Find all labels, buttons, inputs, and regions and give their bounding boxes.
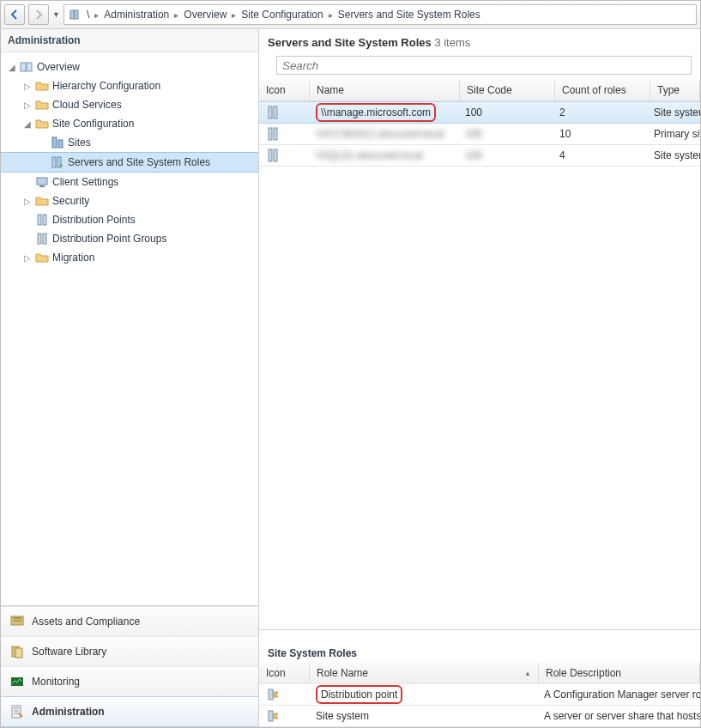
tree-item[interactable]: ▷Migration [1,248,258,267]
col-header-name[interactable]: Name [310,80,460,100]
cell-type: Primary site [647,124,700,144]
svg-rect-4 [52,137,57,148]
svg-rect-2 [21,63,26,71]
col-header-icon[interactable]: Icon [259,80,310,100]
table-row[interactable]: Site systemA server or server share that… [259,706,700,727]
cell-count: 10 [553,124,647,144]
breadcrumb-bar[interactable]: \ ▸ Administration ▸ Overview ▸ Site Con… [63,4,697,25]
col-header-site[interactable]: Site Code [460,80,555,100]
tree-item[interactable]: Distribution Points [1,210,258,229]
wunder-item[interactable]: Monitoring [1,666,258,696]
left-panel: Administration ◢Overview▷Hierarchy Confi… [1,29,259,727]
sites-icon [51,136,64,149]
wunder-item[interactable]: Software Library [1,636,258,666]
breadcrumb-item[interactable]: Administration [100,5,172,24]
svg-rect-3 [27,63,32,71]
svg-rect-14 [43,234,46,244]
item-count: 3 items [434,36,470,49]
expand-icon[interactable]: ▷ [23,82,32,91]
table-row[interactable]: \\SQL01.obscured.local1004Site system se… [259,145,700,167]
chevron-right-icon: ▸ [329,10,333,20]
expand-icon[interactable]: ▷ [23,253,32,263]
cell-name: \\SCCM2012.obscured.local [309,124,458,144]
cell-type: Site system server [647,145,700,166]
svg-rect-19 [12,706,21,718]
svg-rect-18 [11,677,23,686]
expand-icon[interactable]: ◢ [8,63,16,72]
nav-dropdown-icon[interactable]: ▼ [52,10,60,19]
expand-icon[interactable]: ◢ [23,119,32,129]
cell-count: 2 [553,102,647,123]
tree-item[interactable]: Distribution Point Groups [1,229,258,248]
table-row[interactable]: \\manage.microsoft.com1002Site system se… [259,101,700,124]
tree-item-label: Security [52,195,89,207]
wunder-item-label: Monitoring [32,676,80,688]
servers-icon [51,155,64,169]
breadcrumb-root[interactable]: \ [83,5,93,24]
tree-item-label: Overview [37,61,80,73]
workspace-icon [9,614,25,629]
breadcrumb-item[interactable]: Site Configuration [238,5,326,24]
col-header-count[interactable]: Count of roles [555,80,650,100]
col-header-type[interactable]: Type [650,80,700,100]
breadcrumb-item[interactable]: Overview [180,5,230,24]
tree-item[interactable]: Sites [1,133,258,152]
cell-site: 100 [458,102,553,123]
wunder-item[interactable]: Assets and Compliance [1,606,258,636]
folder-icon [35,117,49,130]
row-icon [259,145,309,166]
folder-icon [35,251,49,264]
expand-icon[interactable]: ▷ [23,197,32,206]
nav-tree[interactable]: ◢Overview▷Hierarchy Configuration▷Cloud … [1,52,258,605]
col-header-rolename[interactable]: Role Name ▲ [310,663,539,683]
svg-rect-9 [37,178,47,185]
cell-name: \\manage.microsoft.com [309,102,458,123]
servers-grid: Icon Name Site Code Count of roles Type … [259,80,700,167]
workspace-icon [9,644,25,659]
tree-item[interactable]: Client Settings [1,173,258,191]
cell-site: 100 [458,124,553,144]
roles-grid: Icon Role Name ▲ Role Description Distri… [259,663,700,727]
server-icon [68,8,82,21]
row-icon [259,102,309,123]
cell-rolename: Site system [309,706,537,726]
roles-title: Site System Roles [259,635,700,663]
dpg-icon [35,232,49,246]
table-row[interactable]: \\SCCM2012.obscured.local10010Primary si… [259,124,700,145]
tree-item[interactable]: ▷Security [1,191,258,210]
tree-item[interactable]: ▷Hierarchy Configuration [1,76,258,95]
svg-rect-26 [269,689,273,700]
highlight-box: Distribution point [316,685,402,704]
svg-rect-20 [269,106,272,118]
col-header-roledesc[interactable]: Role Description [539,663,700,683]
expand-icon[interactable]: ▷ [23,100,32,110]
col-header-icon[interactable]: Icon [259,663,310,683]
highlight-box: \\manage.microsoft.com [316,103,436,122]
cell-site: 100 [458,145,553,166]
svg-rect-10 [39,185,45,187]
roles-section: Site System Roles Icon Role Name ▲ Role … [259,629,700,727]
forward-button[interactable] [28,4,49,25]
breadcrumb-item[interactable]: Servers and Site System Roles [335,5,484,24]
wunder-item[interactable]: Administration [1,696,258,727]
cell-rolename: Distribution point [309,684,537,705]
back-button[interactable] [4,4,25,25]
svg-rect-17 [15,648,22,658]
tree-item[interactable]: ◢Overview [1,58,258,76]
row-icon [259,124,309,144]
svg-rect-1 [75,10,78,19]
table-row[interactable]: Distribution pointA Configuration Manage… [259,684,700,706]
tree-item[interactable]: Servers and Site System Roles [1,152,258,173]
svg-rect-24 [269,149,272,161]
wunder-item-label: Administration [32,706,105,718]
svg-rect-13 [38,234,41,244]
tree-item-label: Servers and Site System Roles [68,156,210,168]
search-input[interactable] [276,56,692,75]
svg-rect-5 [58,140,63,148]
tree-item[interactable]: ▷Cloud Services [1,95,258,114]
chevron-right-icon: ▸ [174,10,178,20]
folder-icon [35,194,49,208]
folder-icon [35,79,49,93]
tree-item[interactable]: ◢Site Configuration [1,114,258,133]
servers-grid-header: Icon Name Site Code Count of roles Type [259,80,700,101]
